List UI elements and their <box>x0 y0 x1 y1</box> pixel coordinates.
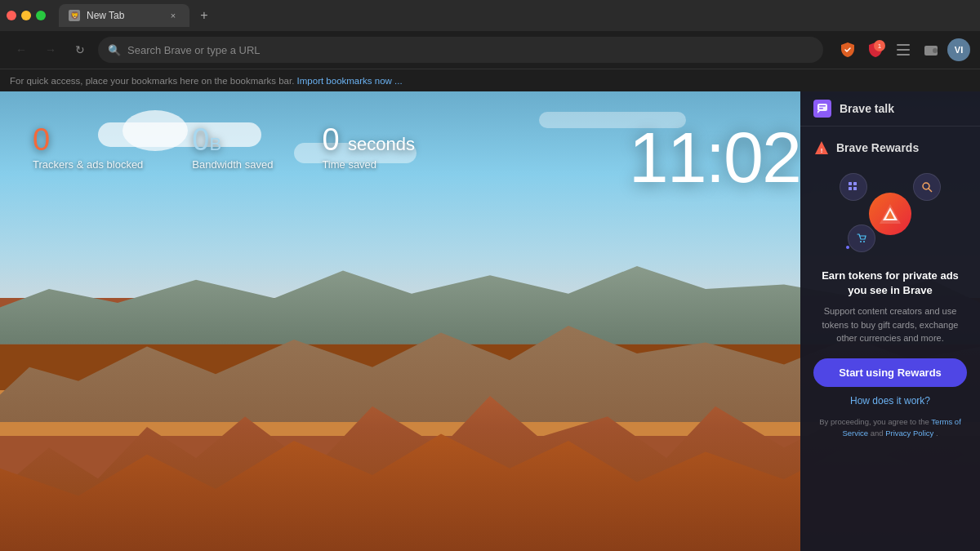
brave-shield-icon[interactable] <box>836 38 859 61</box>
bandwidth-stat: 0B Bandwidth saved <box>192 124 273 171</box>
time-label: Time saved <box>322 158 415 171</box>
address-bar[interactable]: 🔍 <box>98 37 823 63</box>
new-tab-button[interactable]: + <box>193 4 216 27</box>
star-dot-3 <box>846 246 849 249</box>
svg-rect-6 <box>819 105 826 107</box>
rewards-description: Support content creators and use tokens … <box>813 304 967 345</box>
rewards-panel: Brave talk ! Brave Rewards <box>800 91 980 551</box>
svg-line-15 <box>929 189 932 192</box>
svg-rect-13 <box>853 187 857 190</box>
toolbar-right: 1 VI <box>836 38 970 61</box>
brave-talk-icon <box>813 100 831 118</box>
close-button[interactable] <box>7 11 16 20</box>
svg-rect-2 <box>897 54 910 56</box>
search-input[interactable] <box>127 44 813 56</box>
tab-favicon: 🦁 <box>69 10 80 21</box>
svg-point-14 <box>923 183 929 189</box>
trackers-value: 0 <box>33 124 143 155</box>
start-rewards-button[interactable]: Start using Rewards <box>813 358 967 387</box>
notification-badge: 1 <box>874 40 885 51</box>
how-does-it-work-link[interactable]: How does it work? <box>850 395 930 407</box>
active-tab[interactable]: 🦁 New Tab × <box>59 4 189 27</box>
privacy-policy-link[interactable]: Privacy Policy <box>885 429 933 438</box>
time-value: 0 seconds <box>322 124 415 155</box>
browser-chrome: 🦁 New Tab × + ← → ↻ 🔍 <box>0 0 980 91</box>
page-content: 0 Trackers & ads blocked 0B Bandwidth sa… <box>0 91 980 551</box>
brave-talk-label: Brave talk <box>840 102 894 115</box>
tab-close-button[interactable]: × <box>167 9 180 22</box>
svg-rect-0 <box>897 44 910 46</box>
rewards-notification-icon[interactable]: 1 <box>864 38 887 61</box>
traffic-lights <box>7 11 46 20</box>
profile-icon[interactable]: VI <box>947 38 970 61</box>
trackers-label: Trackers & ads blocked <box>33 158 143 171</box>
nav-bar: ← → ↻ 🔍 1 <box>0 31 980 69</box>
brave-rewards-icon: ! <box>813 140 830 156</box>
sidebar-toggle-icon[interactable] <box>892 38 915 61</box>
rewards-illustration <box>833 169 947 259</box>
bandwidth-value: 0B <box>192 124 273 155</box>
svg-rect-4 <box>933 48 938 53</box>
reload-button[interactable]: ↻ <box>69 38 91 61</box>
svg-rect-10 <box>849 182 852 185</box>
svg-text:!: ! <box>821 147 823 154</box>
rewards-content: ! Brave Rewards <box>800 127 980 551</box>
brave-talk-row[interactable]: Brave talk <box>800 91 980 126</box>
rewards-header: ! Brave Rewards <box>813 140 967 156</box>
search-icon: 🔍 <box>108 44 121 56</box>
orbit-icon-grid <box>840 173 867 201</box>
svg-rect-12 <box>849 187 852 190</box>
svg-rect-11 <box>853 182 857 185</box>
rewards-tagline: Earn tokens for private ads you see in B… <box>813 269 967 298</box>
fullscreen-button[interactable] <box>36 11 46 20</box>
svg-rect-1 <box>897 49 910 51</box>
orbit-icon-search <box>913 173 941 201</box>
minimize-button[interactable] <box>21 11 31 20</box>
wallet-icon[interactable] <box>920 38 942 61</box>
tab-bar: 🦁 New Tab × + <box>59 4 973 27</box>
import-bookmarks-link[interactable]: Import bookmarks now ... <box>297 76 403 86</box>
time-stat: 0 seconds Time saved <box>322 124 415 171</box>
clock-display: 11:02 <box>629 116 800 199</box>
stats-overlay: 0 Trackers & ads blocked 0B Bandwidth sa… <box>33 124 415 171</box>
svg-rect-5 <box>817 104 827 111</box>
bat-logo <box>869 193 911 235</box>
svg-point-16 <box>860 241 862 242</box>
bookmarks-hint: For quick access, place your bookmarks h… <box>10 76 294 86</box>
bookmarks-bar: For quick access, place your bookmarks h… <box>0 69 980 91</box>
orbit-icon-shopping <box>848 224 875 252</box>
trackers-stat: 0 Trackers & ads blocked <box>33 124 143 171</box>
title-bar: 🦁 New Tab × + <box>0 0 980 31</box>
forward-button[interactable]: → <box>39 38 62 61</box>
svg-point-17 <box>863 241 865 242</box>
tos-text: By proceeding, you agree to the Terms of… <box>813 416 967 440</box>
svg-rect-7 <box>819 108 823 109</box>
tab-title: New Tab <box>87 10 124 21</box>
back-button[interactable]: ← <box>10 38 33 61</box>
rewards-title: Brave Rewards <box>836 141 919 154</box>
bandwidth-label: Bandwidth saved <box>192 158 273 171</box>
